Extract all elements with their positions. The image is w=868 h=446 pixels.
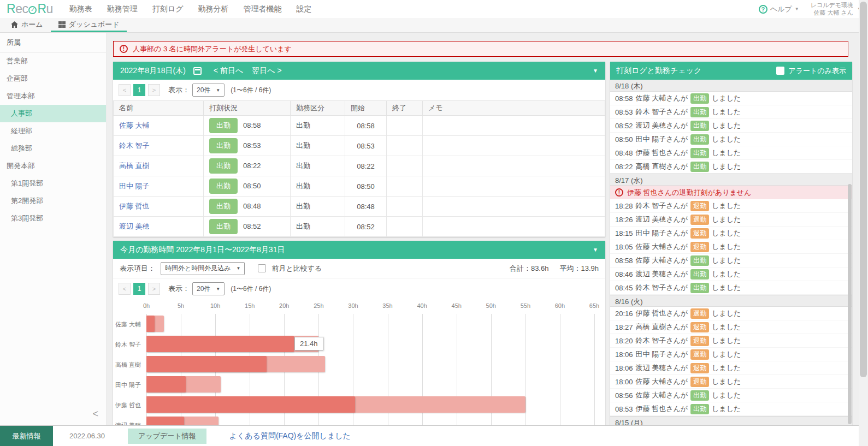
attendance-table-body: 佐藤 大輔 出勤08:58 出勤 08:58 鈴木 智子 出勤08:53	[114, 116, 605, 237]
sidebar-item-department[interactable]: 開発本部	[0, 157, 106, 175]
tab-home-label: ホーム	[21, 20, 43, 29]
punch-action-badge: 退勤	[690, 322, 709, 332]
punch-status-badge: 出勤	[209, 158, 238, 174]
log-entry-name: 鈴木 智子さんが	[636, 107, 688, 117]
menu-item[interactable]: 勤務分析	[198, 4, 229, 14]
sidebar-item-department[interactable]: 第1開発部	[0, 175, 106, 192]
sidebar-title: 所属	[0, 33, 106, 52]
punch-action-badge: 出勤	[690, 121, 709, 131]
logo-text: R	[37, 3, 46, 15]
log-entry-name: 鈴木 智子さんが	[636, 283, 688, 293]
memo-cell	[423, 197, 605, 217]
latest-news-label: 最新情報	[0, 426, 53, 446]
log-entry-suffix: しました	[712, 390, 741, 400]
prev-day-link[interactable]: < 前日へ	[214, 66, 243, 76]
column-header: 開始	[345, 101, 387, 116]
log-entry-suffix: しました	[712, 336, 741, 346]
logo-text: u	[46, 3, 53, 15]
missing-punch-alert-text: 伊藤 哲也さんの退勤打刻がありません	[627, 188, 751, 198]
alerts-only-checkbox[interactable]	[776, 67, 784, 75]
log-entry-name: 伊藤 哲也さんが	[636, 148, 688, 158]
faq-news-link[interactable]: よくある質問(FAQ)を公開しました	[229, 431, 351, 441]
panel-collapse-caret-icon[interactable]: ▼	[593, 247, 598, 253]
log-entry-time: 08:22	[615, 163, 633, 171]
chart-category-label: 佐藤 大輔	[115, 320, 145, 329]
employee-name-link[interactable]: 田中 陽子	[119, 182, 150, 190]
punch-action-badge: 出勤	[690, 107, 709, 117]
sidebar-item-department[interactable]: 経理部	[0, 122, 106, 140]
pagination-next-button[interactable]: >	[148, 84, 160, 96]
log-panel-scrollbar-thumb[interactable]	[848, 184, 852, 424]
overtime-alert-banner[interactable]: ! 人事部の 3 名に時間外アラートが発生しています	[113, 41, 848, 57]
log-entry-suffix: しました	[712, 283, 741, 293]
chart-category-label: 高橋 直樹	[115, 361, 145, 369]
pagination-prev-button[interactable]: <	[119, 283, 131, 295]
sidebar-item-department[interactable]: 総務部	[0, 140, 106, 157]
punch-time: 08:48	[243, 202, 261, 210]
log-entry-name: 伊藤 哲也さんが	[636, 404, 688, 414]
sidebar-collapse-button[interactable]: <	[92, 408, 98, 420]
punch-status-badge: 出勤	[209, 118, 238, 133]
sidebar-item-department[interactable]: 第3開発部	[0, 210, 106, 227]
compare-prev-month-checkbox[interactable]	[258, 264, 266, 272]
log-alerts: ! 伊藤 哲也さんの退勤打刻がありません	[610, 186, 852, 199]
page-scrollbar-thumb[interactable]	[860, 2, 867, 377]
help-menu[interactable]: ? ヘルプ ▼	[759, 4, 799, 14]
pagination-prev-button[interactable]: <	[119, 84, 131, 96]
menu-item[interactable]: 設定	[297, 4, 312, 14]
x-axis-tick-label: 10h	[210, 302, 220, 309]
log-entry-time: 18:26	[615, 216, 633, 224]
sidebar-item-department[interactable]: 管理本部	[0, 87, 106, 105]
page-scrollbar[interactable]	[859, 0, 868, 446]
sidebar-item-department[interactable]: 第2開発部	[0, 192, 106, 210]
log-entry-name: 伊藤 哲也さんが	[636, 308, 688, 318]
sidebar-item-department[interactable]: 企画部	[0, 70, 106, 87]
employee-name-link[interactable]: 伊藤 哲也	[119, 202, 150, 210]
check-circle-icon: ✓	[28, 6, 37, 14]
log-entry-name: 高橋 直樹さんが	[636, 322, 688, 332]
log-entry-name: 渡辺 美穂さんが	[636, 269, 688, 279]
panel-collapse-caret-icon[interactable]: ▼	[593, 68, 598, 74]
menu-item[interactable]: 勤務管理	[107, 4, 138, 14]
log-entry-suffix: しました	[712, 134, 741, 144]
attendance-table: 名前打刻状況勤務区分開始終了メモ 佐藤 大輔 出勤08:58 出勤 08:58	[113, 100, 605, 237]
pagination-next-button[interactable]: >	[148, 283, 160, 295]
memo-cell	[423, 156, 605, 176]
menu-item[interactable]: 勤務表	[69, 4, 92, 14]
log-entry: 08:22 高橋 直樹さんが 出勤 しました	[610, 160, 852, 174]
user-menu[interactable]: レコルデモ環境 佐藤 大輔 さん	[811, 2, 853, 17]
calendar-icon[interactable]	[193, 67, 202, 75]
overtime-bar	[146, 336, 294, 352]
punch-action-badge: 退勤	[690, 201, 709, 211]
sidebar-item-department[interactable]: 人事部	[0, 105, 106, 122]
per-page-select[interactable]: 20件 ▼	[192, 282, 225, 295]
punch-action-badge: 出勤	[690, 162, 709, 172]
tab-dashboard[interactable]: ダッシュボード	[51, 18, 127, 32]
punch-action-badge: 出勤	[690, 134, 709, 145]
log-entry-time: 08:58	[615, 257, 633, 265]
employee-name-link[interactable]: 渡辺 美穂	[119, 222, 150, 230]
log-entry-name: 高橋 直樹さんが	[636, 162, 688, 171]
punch-action-badge: 退勤	[690, 242, 709, 252]
pagination-page-1[interactable]: 1	[133, 283, 145, 295]
display-item-select[interactable]: 時間外と時間外見込み ▼	[161, 262, 245, 275]
employee-name-link[interactable]: 鈴木 智子	[119, 141, 150, 150]
chart-tooltip: 21.4h	[294, 337, 323, 350]
log-entry-name: 鈴木 智子さんが	[636, 336, 688, 346]
employee-name-link[interactable]: 佐藤 大輔	[119, 121, 150, 129]
sidebar-item-department[interactable]: 営業部	[0, 52, 106, 70]
end-time-cell	[387, 136, 423, 156]
start-time-cell: 08:50	[345, 176, 387, 197]
menu-item[interactable]: 打刻ログ	[152, 4, 184, 14]
next-day-link[interactable]: 翌日へ >	[252, 66, 281, 76]
log-entry-suffix: しました	[712, 242, 741, 252]
punch-action-badge: 出勤	[690, 148, 709, 158]
pagination-page-1[interactable]: 1	[133, 84, 145, 96]
menu-item[interactable]: 管理者機能	[244, 4, 282, 14]
per-page-select[interactable]: 20件 ▼	[192, 84, 225, 97]
employee-name-link[interactable]: 高橋 直樹	[119, 162, 150, 170]
log-entry: 08:56 佐藤 大輔さんが 出勤 しました	[610, 389, 852, 402]
tab-home[interactable]: ホーム	[3, 18, 51, 32]
recoru-logo[interactable]: Rec✓Ru	[7, 3, 53, 15]
punch-action-badge: 退勤	[690, 228, 709, 239]
